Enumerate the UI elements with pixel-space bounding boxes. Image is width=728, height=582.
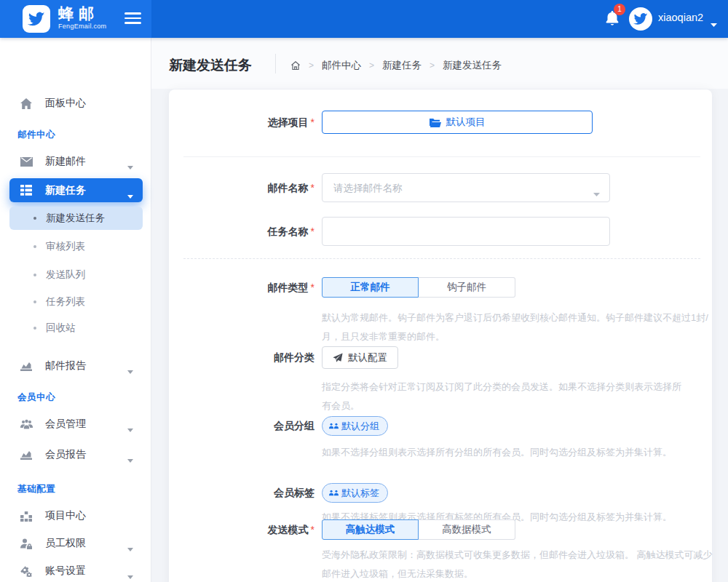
sidebar-item-account-settings[interactable]: 账号设置 (9, 560, 143, 582)
field-label-send-mode: 发送模式* (169, 519, 314, 540)
breadcrumb-separator: > (309, 60, 314, 71)
top-header: 蜂邮 FengEmail.com 1 xiaoqian2 (0, 0, 728, 38)
breadcrumb-item-new-task[interactable]: 新建任务 (382, 59, 422, 72)
send-mode-help-text: 受海外隐私政策限制：高数据模式可收集更多数据，但邮件会进入垃圾箱。 高触达模式可… (322, 546, 721, 582)
sidebar-subitem-task-list[interactable]: 任务列表 (9, 291, 143, 313)
field-row-member-group: 会员分组 默认分组 (169, 416, 712, 436)
sidebar-item-mail-report[interactable]: 邮件报告 (9, 355, 143, 377)
sidebar-item-label: 新建任务 (45, 184, 86, 197)
content-area: 选择项目* 默认项目 邮件名称* 任务名称* (151, 89, 728, 582)
form-card: 选择项目* 默认项目 邮件名称* 任务名称* (169, 89, 712, 582)
avatar-bird-icon (633, 11, 649, 27)
chevron-down-icon (127, 364, 133, 376)
mail-category-help-text: 指定分类将会针对正常订阅及订阅了此分类的会员发送。如果不选择分类则表示选择所有会… (322, 378, 689, 415)
field-label-member-tag: 会员标签 (169, 483, 314, 503)
field-label-project: 选择项目* (169, 111, 314, 134)
sidebar-section-mail-center: 邮件中心 (17, 129, 55, 141)
sidebar-item-new-task[interactable]: 新建任务 (9, 178, 143, 202)
sidebar-item-new-mail[interactable]: 新建邮件 (9, 151, 143, 172)
field-label-member-group: 会员分组 (169, 416, 314, 436)
mail-type-toggle: 正常邮件 钩子邮件 (322, 277, 515, 298)
sidebar-subitem-recycle-bin[interactable]: 回收站 (9, 317, 143, 339)
sidebar-item-dashboard[interactable]: 面板中心 (9, 92, 143, 114)
brand-area: 蜂邮 FengEmail.com (0, 0, 151, 38)
sidebar-subitem-label: 任务列表 (46, 295, 85, 308)
users-icon (20, 418, 33, 430)
folder-open-icon (430, 118, 441, 127)
brand-name: 蜂邮 (58, 5, 106, 23)
breadcrumb-separator: > (430, 60, 435, 71)
envelope-icon (20, 156, 33, 167)
field-row-member-tag: 会员标签 默认标签 (169, 483, 712, 503)
select-project-button[interactable]: 默认项目 (322, 111, 593, 134)
brand-text: 蜂邮 FengEmail.com (58, 5, 106, 30)
breadcrumb-item-mail-center[interactable]: 邮件中心 (322, 59, 361, 72)
sidebar-subitem-label: 审核列表 (46, 240, 85, 253)
notification-badge: 1 (614, 4, 625, 15)
user-avatar[interactable] (629, 7, 652, 31)
breadcrumb: > 邮件中心 > 新建任务 > 新建发送任务 (290, 59, 502, 72)
sidebar-item-label: 邮件报告 (45, 359, 86, 372)
field-row-project: 选择项目* 默认项目 (169, 111, 712, 134)
mail-type-option-normal[interactable]: 正常邮件 (322, 277, 419, 298)
app-logo[interactable] (23, 5, 50, 33)
task-name-input[interactable] (322, 217, 610, 246)
sidebar-item-member-management[interactable]: 会员管理 (9, 413, 143, 435)
bird-logo-icon (27, 9, 46, 28)
username[interactable]: xiaoqian2 (658, 12, 703, 23)
sidebar-item-label: 面板中心 (45, 97, 86, 110)
member-tag-button[interactable]: 默认标签 (322, 483, 388, 503)
sidebar-subitem-new-send-task[interactable]: 新建发送任务 (9, 207, 143, 230)
member-group-button[interactable]: 默认分组 (322, 416, 388, 436)
bullet-dot (33, 217, 36, 220)
sidebar-subitem-send-queue[interactable]: 发送队列 (9, 264, 143, 286)
send-mode-option-high-reach[interactable]: 高触达模式 (322, 519, 419, 540)
sidebar-item-staff-permissions[interactable]: 员工权限 (9, 533, 143, 554)
field-row-task-name: 任务名称* (169, 217, 712, 246)
send-mode-option-high-data[interactable]: 高数据模式 (419, 519, 515, 540)
sidebar-subitem-label: 新建发送任务 (46, 212, 105, 225)
user-dropdown-caret-icon[interactable] (711, 17, 717, 31)
sidebar-item-label: 会员报告 (45, 448, 86, 461)
paper-plane-icon (333, 353, 343, 363)
sidebar-subitem-label: 回收站 (46, 322, 76, 335)
bullet-dot (33, 300, 36, 303)
section-divider (183, 156, 700, 157)
field-row-mail-type: 邮件类型* 正常邮件 钩子邮件 (169, 277, 712, 298)
sidebar-subitem-review-list[interactable]: 审核列表 (9, 236, 143, 258)
bullet-dot (33, 245, 36, 248)
chevron-down-icon (127, 453, 133, 465)
breadcrumb-separator: > (369, 60, 374, 71)
section-divider-dashed (183, 258, 700, 259)
field-row-mail-name: 邮件名称* (169, 173, 712, 202)
bullet-dot (33, 274, 36, 276)
chart-icon (20, 360, 33, 372)
field-label-task-name: 任务名称* (169, 217, 314, 246)
field-label-mail-category: 邮件分类 (169, 346, 314, 369)
mail-type-help-text: 默认为常规邮件。钩子邮件为客户退订后仍希望收到核心邮件通知。钩子邮件建议不超过1… (322, 308, 721, 346)
chevron-down-icon (127, 160, 133, 172)
breadcrumb-home-icon[interactable] (290, 60, 301, 71)
menu-toggle-icon[interactable] (124, 12, 141, 25)
sidebar-item-label: 员工权限 (45, 537, 86, 550)
chevron-down-icon (127, 423, 133, 434)
sidebar-item-member-report[interactable]: 会员报告 (9, 444, 143, 466)
sidebar-item-project-center[interactable]: 项目中心 (9, 505, 143, 527)
grid-icon (20, 185, 33, 196)
title-divider (275, 54, 276, 73)
member-group-help-text: 如果不选择分组则表示选择所有分组的所有会员。同时勾选分组及标签为并集计算。 (322, 443, 721, 462)
mail-category-button[interactable]: 默认配置 (322, 346, 398, 369)
gears-icon (20, 565, 33, 577)
breadcrumb-item-new-send-task: 新建发送任务 (443, 59, 502, 72)
page-title: 新建发送任务 (169, 56, 252, 75)
mail-name-select[interactable] (322, 173, 610, 202)
home-icon (20, 97, 33, 109)
mail-name-select-input[interactable] (323, 174, 609, 202)
mail-type-option-hook[interactable]: 钩子邮件 (419, 277, 515, 298)
blocks-icon (20, 510, 33, 522)
chart-icon (20, 449, 33, 461)
sidebar-item-label: 新建邮件 (45, 155, 86, 168)
select-caret-icon (593, 187, 600, 200)
sidebar-item-label: 项目中心 (45, 509, 86, 522)
sidebar: 面板中心 邮件中心 新建邮件 新建任务 新建发送任务 审核列表 发送队列 任务列… (0, 38, 151, 582)
